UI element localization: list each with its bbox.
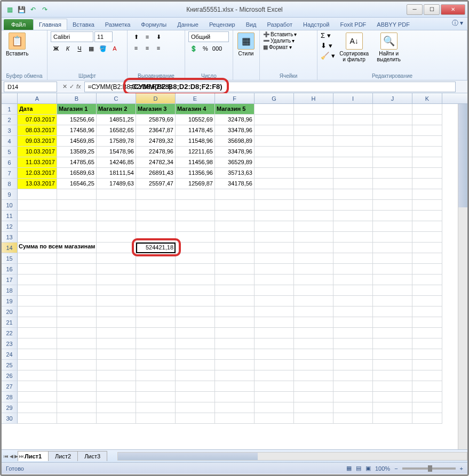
cell-E22[interactable] <box>176 328 215 338</box>
cell-I24[interactable] <box>333 349 373 360</box>
cell-I20[interactable] <box>333 306 373 317</box>
cell-G19[interactable] <box>255 296 294 306</box>
cell-D24[interactable] <box>136 349 176 360</box>
cell-H4[interactable] <box>294 136 333 147</box>
cell-C12[interactable] <box>97 221 136 232</box>
cell-C23[interactable] <box>97 338 136 349</box>
row-header-24[interactable]: 24 <box>2 349 18 360</box>
cell-B27[interactable] <box>57 381 97 392</box>
styles-button[interactable]: ▦ Стили <box>236 31 256 58</box>
cell-A18[interactable] <box>18 285 57 296</box>
zoom-slider[interactable] <box>402 467 456 470</box>
sheet-nav[interactable]: ⏮◀▶⏭ <box>4 454 24 459</box>
cell-C24[interactable] <box>97 349 136 360</box>
cell-B25[interactable] <box>57 360 97 370</box>
cell-I2[interactable] <box>333 115 373 125</box>
cell-D4[interactable]: 24789,32 <box>136 136 176 147</box>
cell-J30[interactable] <box>373 413 412 424</box>
row-header-5[interactable]: 5 <box>2 147 18 157</box>
cell-H30[interactable] <box>294 413 333 424</box>
cell-A10[interactable] <box>18 200 57 211</box>
fill-button[interactable]: ⬇ ▾ <box>321 42 335 50</box>
currency-button[interactable]: 💲 <box>188 43 199 54</box>
cell-E25[interactable] <box>176 360 215 370</box>
cell-B30[interactable] <box>57 413 97 424</box>
cell-F7[interactable]: 35713,63 <box>215 168 255 179</box>
cell-G15[interactable] <box>255 253 294 264</box>
sheet-tab-2[interactable]: Лист2 <box>48 451 78 461</box>
spreadsheet-grid[interactable]: A B C D E F G H I J K 123456789101112131… <box>2 93 467 449</box>
cell-F20[interactable] <box>215 306 255 317</box>
cell-E8[interactable]: 12569,87 <box>176 179 215 189</box>
cell-F6[interactable]: 36529,89 <box>215 157 255 168</box>
cell-A30[interactable] <box>18 413 57 424</box>
vertical-scrollbar[interactable] <box>458 104 467 449</box>
cell-D19[interactable] <box>136 296 176 306</box>
cell-I4[interactable] <box>333 136 373 147</box>
cell-K26[interactable] <box>412 370 442 381</box>
cell-C16[interactable] <box>97 264 136 275</box>
bold-button[interactable]: Ж <box>51 43 61 54</box>
cell-J18[interactable] <box>373 285 412 296</box>
cell-E21[interactable] <box>176 317 215 328</box>
cell-B7[interactable]: 16589,63 <box>57 168 97 179</box>
cell-B10[interactable] <box>57 200 97 211</box>
row-header-7[interactable]: 7 <box>2 168 18 179</box>
sort-filter-button[interactable]: A↓ Сортировка и фильтр <box>337 31 371 63</box>
cell-I21[interactable] <box>333 317 373 328</box>
find-select-button[interactable]: 🔍 Найти и выделить <box>373 31 404 63</box>
cell-C15[interactable] <box>97 253 136 264</box>
cell-E2[interactable]: 10552,69 <box>176 115 215 125</box>
cell-C3[interactable]: 16582,65 <box>97 125 136 136</box>
cell-E9[interactable] <box>176 189 215 200</box>
col-header-H[interactable]: H <box>294 93 333 103</box>
cell-D25[interactable] <box>136 360 176 370</box>
cell-H6[interactable] <box>294 157 333 168</box>
cell-K12[interactable] <box>412 221 442 232</box>
cell-B29[interactable] <box>57 402 97 413</box>
cell-K8[interactable] <box>412 179 442 189</box>
cell-E15[interactable] <box>176 253 215 264</box>
zoom-in-button[interactable]: + <box>460 465 463 472</box>
row-header-10[interactable]: 10 <box>2 200 18 211</box>
cell-J15[interactable] <box>373 253 412 264</box>
cell-A24[interactable] <box>18 349 57 360</box>
cell-B13[interactable] <box>57 232 97 243</box>
cell-G14[interactable] <box>255 243 294 253</box>
cell-G2[interactable] <box>255 115 294 125</box>
cell-C4[interactable]: 17589,78 <box>97 136 136 147</box>
cell-F17[interactable] <box>215 275 255 285</box>
cell-A2[interactable]: 07.03.2017 <box>18 115 57 125</box>
cell-B2[interactable]: 15256,66 <box>57 115 97 125</box>
file-tab[interactable]: Файл <box>4 19 33 30</box>
cell-E27[interactable] <box>176 381 215 392</box>
cell-J21[interactable] <box>373 317 412 328</box>
cell-K1[interactable] <box>412 104 442 115</box>
tab-developer[interactable]: Разработ <box>262 19 298 30</box>
cell-B3[interactable]: 17458,96 <box>57 125 97 136</box>
cell-K19[interactable] <box>412 296 442 306</box>
cell-C13[interactable] <box>97 232 136 243</box>
row-header-18[interactable]: 18 <box>2 285 18 296</box>
cell-H19[interactable] <box>294 296 333 306</box>
cell-E30[interactable] <box>176 413 215 424</box>
minimize-button[interactable]: ─ <box>407 4 423 15</box>
cell-C29[interactable] <box>97 402 136 413</box>
cell-B26[interactable] <box>57 370 97 381</box>
font-name-select[interactable] <box>51 31 93 42</box>
cell-B17[interactable] <box>57 275 97 285</box>
cell-K13[interactable] <box>412 232 442 243</box>
cell-C26[interactable] <box>97 370 136 381</box>
help-icon[interactable]: ⓘ ▾ <box>448 17 467 30</box>
cell-F25[interactable] <box>215 360 255 370</box>
cell-B4[interactable]: 14569,85 <box>57 136 97 147</box>
view-normal-icon[interactable]: ▦ <box>346 465 352 472</box>
cell-I28[interactable] <box>333 392 373 402</box>
cell-G5[interactable] <box>255 147 294 157</box>
cell-H11[interactable] <box>294 211 333 221</box>
cell-C10[interactable] <box>97 200 136 211</box>
vscroll-thumb[interactable] <box>458 104 467 207</box>
cell-B6[interactable]: 14785,65 <box>57 157 97 168</box>
cell-H24[interactable] <box>294 349 333 360</box>
cell-K10[interactable] <box>412 200 442 211</box>
